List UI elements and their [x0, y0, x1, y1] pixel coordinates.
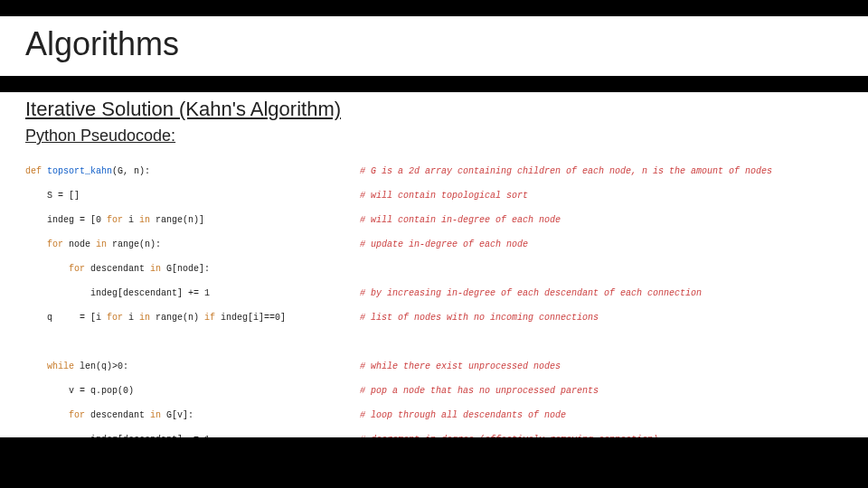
- section-subtitle: Iterative Solution (Kahn's Algorithm): [0, 92, 868, 123]
- page-title: Algorithms: [0, 16, 868, 76]
- mid-bar: [0, 76, 868, 92]
- code-label: Python Pseudocode:: [0, 123, 868, 153]
- top-bar: [0, 0, 868, 16]
- bottom-bar: [0, 437, 868, 488]
